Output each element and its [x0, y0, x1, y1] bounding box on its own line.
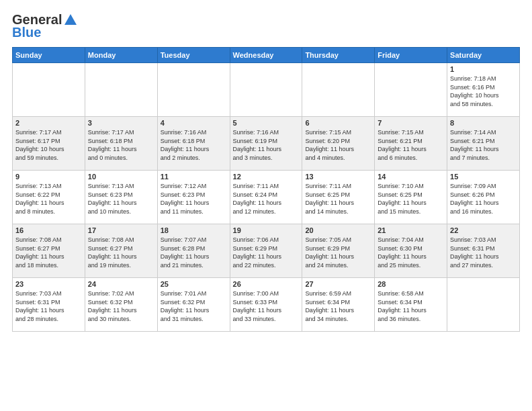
weekday-header: Saturday: [447, 48, 520, 63]
day-number: 12: [233, 173, 300, 181]
calendar-cell: 15Sunrise: 7:09 AMSunset: 6:26 PMDayligh…: [447, 171, 520, 224]
calendar-cell: 25Sunrise: 7:01 AMSunset: 6:32 PMDayligh…: [157, 278, 230, 332]
day-number: 10: [88, 173, 154, 181]
day-number: 21: [378, 226, 444, 234]
day-info: Sunrise: 7:16 AMSunset: 6:18 PMDaylight:…: [161, 128, 227, 162]
day-info: Sunrise: 7:13 AMSunset: 6:23 PMDaylight:…: [88, 182, 154, 216]
calendar-cell: [85, 63, 157, 117]
day-number: 28: [378, 280, 444, 288]
page: General Blue SundayMondayTuesdayWednesda…: [0, 0, 532, 411]
weekday-header: Tuesday: [157, 48, 230, 63]
day-info: Sunrise: 7:00 AMSunset: 6:33 PMDaylight:…: [233, 289, 300, 323]
day-info: Sunrise: 7:17 AMSunset: 6:17 PMDaylight:…: [15, 128, 82, 162]
calendar-cell: 11Sunrise: 7:12 AMSunset: 6:23 PMDayligh…: [157, 171, 230, 224]
day-number: 5: [233, 119, 300, 127]
logo-blue: Blue: [12, 25, 41, 40]
calendar-cell: [447, 278, 520, 332]
calendar-cell: 14Sunrise: 7:10 AMSunset: 6:25 PMDayligh…: [375, 171, 447, 224]
calendar-cell: 21Sunrise: 7:04 AMSunset: 6:30 PMDayligh…: [375, 224, 447, 278]
day-number: 1: [450, 65, 517, 73]
day-info: Sunrise: 7:03 AMSunset: 6:31 PMDaylight:…: [450, 236, 517, 269]
logo: General Blue: [12, 12, 78, 40]
calendar-cell: 22Sunrise: 7:03 AMSunset: 6:31 PMDayligh…: [447, 224, 520, 278]
day-info: Sunrise: 7:08 AMSunset: 6:27 PMDaylight:…: [15, 236, 82, 269]
day-number: 24: [88, 280, 154, 288]
calendar-week-row: 23Sunrise: 7:03 AMSunset: 6:31 PMDayligh…: [13, 278, 520, 332]
day-info: Sunrise: 7:16 AMSunset: 6:19 PMDaylight:…: [233, 128, 300, 162]
calendar-cell: 24Sunrise: 7:02 AMSunset: 6:32 PMDayligh…: [85, 278, 157, 332]
day-info: Sunrise: 7:15 AMSunset: 6:21 PMDaylight:…: [378, 128, 444, 162]
day-number: 2: [15, 119, 82, 127]
day-number: 3: [88, 119, 154, 127]
logo-icon: [63, 13, 78, 28]
day-info: Sunrise: 7:17 AMSunset: 6:18 PMDaylight:…: [88, 128, 154, 162]
calendar-cell: 23Sunrise: 7:03 AMSunset: 6:31 PMDayligh…: [13, 278, 85, 332]
weekday-header: Monday: [85, 48, 157, 63]
calendar-cell: 2Sunrise: 7:17 AMSunset: 6:17 PMDaylight…: [13, 117, 85, 171]
calendar-cell: 28Sunrise: 6:58 AMSunset: 6:34 PMDayligh…: [375, 278, 447, 332]
calendar-cell: 16Sunrise: 7:08 AMSunset: 6:27 PMDayligh…: [13, 224, 85, 278]
calendar-week-row: 16Sunrise: 7:08 AMSunset: 6:27 PMDayligh…: [13, 224, 520, 278]
day-number: 7: [378, 119, 444, 127]
calendar-cell: 20Sunrise: 7:05 AMSunset: 6:29 PMDayligh…: [302, 224, 375, 278]
calendar-cell: [375, 63, 447, 117]
day-number: 11: [161, 173, 227, 181]
day-info: Sunrise: 6:58 AMSunset: 6:34 PMDaylight:…: [378, 289, 444, 323]
day-number: 16: [15, 226, 82, 234]
calendar-cell: 12Sunrise: 7:11 AMSunset: 6:24 PMDayligh…: [230, 171, 302, 224]
calendar-cell: 1Sunrise: 7:18 AMSunset: 6:16 PMDaylight…: [447, 63, 520, 117]
calendar-cell: 26Sunrise: 7:00 AMSunset: 6:33 PMDayligh…: [230, 278, 302, 332]
day-info: Sunrise: 7:08 AMSunset: 6:27 PMDaylight:…: [88, 236, 154, 269]
day-number: 26: [233, 280, 300, 288]
header: General Blue: [12, 12, 520, 40]
day-info: Sunrise: 7:09 AMSunset: 6:26 PMDaylight:…: [450, 182, 517, 216]
day-number: 13: [305, 173, 371, 181]
calendar-cell: [230, 63, 302, 117]
weekday-header: Sunday: [13, 48, 85, 63]
day-number: 22: [450, 226, 517, 234]
calendar-cell: [157, 63, 230, 117]
day-number: 17: [88, 226, 154, 234]
calendar-cell: 7Sunrise: 7:15 AMSunset: 6:21 PMDaylight…: [375, 117, 447, 171]
calendar-cell: [302, 63, 375, 117]
weekday-header: Thursday: [302, 48, 375, 63]
day-info: Sunrise: 7:18 AMSunset: 6:16 PMDaylight:…: [450, 75, 517, 108]
calendar-cell: 10Sunrise: 7:13 AMSunset: 6:23 PMDayligh…: [85, 171, 157, 224]
day-info: Sunrise: 7:11 AMSunset: 6:25 PMDaylight:…: [305, 182, 371, 216]
svg-marker-0: [64, 14, 77, 25]
calendar-cell: 8Sunrise: 7:14 AMSunset: 6:21 PMDaylight…: [447, 117, 520, 171]
day-info: Sunrise: 7:06 AMSunset: 6:29 PMDaylight:…: [233, 236, 300, 269]
day-number: 20: [305, 226, 371, 234]
calendar-cell: 13Sunrise: 7:11 AMSunset: 6:25 PMDayligh…: [302, 171, 375, 224]
calendar-cell: 5Sunrise: 7:16 AMSunset: 6:19 PMDaylight…: [230, 117, 302, 171]
day-info: Sunrise: 7:05 AMSunset: 6:29 PMDaylight:…: [305, 236, 371, 269]
day-number: 9: [15, 173, 82, 181]
day-number: 23: [15, 280, 82, 288]
day-number: 27: [305, 280, 371, 288]
day-number: 15: [450, 173, 517, 181]
calendar-cell: 27Sunrise: 6:59 AMSunset: 6:34 PMDayligh…: [302, 278, 375, 332]
calendar-week-row: 9Sunrise: 7:13 AMSunset: 6:22 PMDaylight…: [13, 171, 520, 224]
day-number: 6: [305, 119, 371, 127]
calendar-week-row: 1Sunrise: 7:18 AMSunset: 6:16 PMDaylight…: [13, 63, 520, 117]
calendar-header-row: SundayMondayTuesdayWednesdayThursdayFrid…: [13, 48, 520, 63]
day-info: Sunrise: 7:13 AMSunset: 6:22 PMDaylight:…: [15, 182, 82, 216]
calendar-table: SundayMondayTuesdayWednesdayThursdayFrid…: [12, 47, 520, 332]
calendar-cell: 17Sunrise: 7:08 AMSunset: 6:27 PMDayligh…: [85, 224, 157, 278]
day-info: Sunrise: 7:03 AMSunset: 6:31 PMDaylight:…: [15, 289, 82, 323]
calendar-cell: 4Sunrise: 7:16 AMSunset: 6:18 PMDaylight…: [157, 117, 230, 171]
day-info: Sunrise: 7:11 AMSunset: 6:24 PMDaylight:…: [233, 182, 300, 216]
day-number: 8: [450, 119, 517, 127]
day-info: Sunrise: 7:12 AMSunset: 6:23 PMDaylight:…: [161, 182, 227, 216]
day-info: Sunrise: 7:01 AMSunset: 6:32 PMDaylight:…: [161, 289, 227, 323]
day-number: 25: [161, 280, 227, 288]
day-info: Sunrise: 7:04 AMSunset: 6:30 PMDaylight:…: [378, 236, 444, 269]
weekday-header: Wednesday: [230, 48, 302, 63]
calendar-week-row: 2Sunrise: 7:17 AMSunset: 6:17 PMDaylight…: [13, 117, 520, 171]
weekday-header: Friday: [375, 48, 447, 63]
day-info: Sunrise: 7:15 AMSunset: 6:20 PMDaylight:…: [305, 128, 371, 162]
calendar-cell: 19Sunrise: 7:06 AMSunset: 6:29 PMDayligh…: [230, 224, 302, 278]
calendar-cell: 18Sunrise: 7:07 AMSunset: 6:28 PMDayligh…: [157, 224, 230, 278]
day-number: 19: [233, 226, 300, 234]
day-number: 4: [161, 119, 227, 127]
